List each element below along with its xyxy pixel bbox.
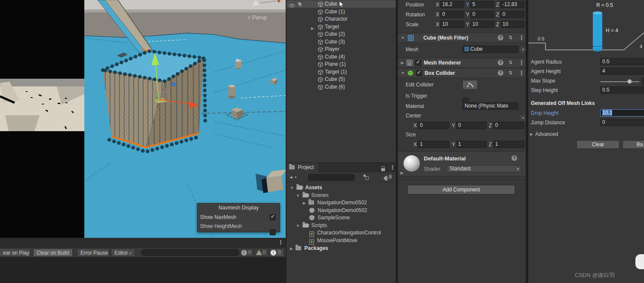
tree-item-scripts[interactable]: ▼ Scripts (296, 222, 327, 228)
hierarchy-item-plane-1[interactable]: Plane (1) (287, 61, 396, 68)
center-x-field[interactable]: 0 (418, 122, 449, 129)
step-height-field[interactable]: 0.5 (600, 86, 644, 94)
project-menu-icon[interactable]: ⋮ (390, 164, 395, 171)
help-icon[interactable]: ? (512, 155, 517, 161)
gizmo-z-handle[interactable] (172, 83, 175, 86)
object-picker-icon[interactable] (520, 46, 526, 52)
mesh-renderer-header[interactable]: ▶ ✓ Mesh Renderer ? ⇅ ⋮ (398, 58, 526, 68)
scene-view[interactable]: < Persp Navmesh Display Show NavMesh ✓ S… (84, 0, 286, 238)
preset-icon[interactable]: ⇅ (508, 35, 512, 40)
hierarchy-item-target-1[interactable]: Target (1) (287, 68, 396, 76)
component-menu-icon[interactable]: ⋮ (519, 34, 524, 41)
size-y-field[interactable]: 1 (456, 141, 487, 148)
hierarchy-item-cube[interactable]: Cube (287, 0, 396, 8)
project-search-input[interactable] (308, 174, 354, 181)
mesh-renderer-enabled-checkbox[interactable]: ✓ (415, 60, 421, 66)
clear-on-build-button[interactable]: Clear on Build (33, 249, 73, 257)
chevron-down-icon[interactable]: ▾ (295, 175, 297, 179)
help-icon[interactable]: ? (498, 70, 503, 76)
lock-icon[interactable] (381, 168, 385, 171)
hierarchy-item-cube-3[interactable]: Cube (3) (287, 38, 396, 46)
console-error-toggle[interactable]: ! 0 (269, 249, 284, 257)
hierarchy-item-cube-5[interactable]: Cube (5) (287, 76, 396, 83)
scale-x-field[interactable]: 10 (440, 21, 464, 28)
component-menu-icon[interactable]: ⋮ (519, 59, 524, 66)
advanced-foldout-icon[interactable]: ▶ (530, 132, 533, 136)
console-search-input[interactable] (141, 249, 239, 256)
center-y-field[interactable]: 0 (456, 122, 487, 129)
foldout-icon[interactable]: ▼ (296, 194, 300, 198)
foldout-icon[interactable]: ▼ (401, 36, 405, 40)
persp-label[interactable]: < Persp (247, 14, 267, 21)
foldout-icon[interactable]: ▶ (290, 246, 293, 251)
create-asset-button[interactable]: + (290, 173, 293, 181)
position-z-field[interactable]: -12.83 (500, 1, 524, 8)
asset-view-icon[interactable] (364, 175, 369, 180)
preview-foldout-icon[interactable]: ▶ (401, 171, 404, 175)
rotation-y-field[interactable]: 0 (470, 11, 494, 18)
hierarchy-item-player[interactable]: Player (287, 46, 396, 53)
clear-button[interactable]: Clear (576, 140, 619, 149)
help-icon[interactable]: ? (498, 60, 503, 65)
box-collider-header[interactable]: ▼ ✓ Box Collider ? ⇅ ⋮ (398, 68, 526, 78)
panel-divider[interactable] (396, 0, 398, 283)
mesh-field[interactable]: Cube (462, 46, 518, 53)
show-heightmesh-checkbox[interactable] (270, 229, 276, 235)
box-collider-enabled-checkbox[interactable]: ✓ (416, 70, 422, 76)
tree-item-navigationdemo-scene[interactable]: NavigationDemo0502 (309, 207, 367, 213)
size-x-field[interactable]: 1 (418, 141, 449, 148)
rotation-z-field[interactable]: 0 (500, 11, 524, 18)
agent-radius-field[interactable]: 0.5 (600, 58, 644, 65)
scale-z-field[interactable]: 10 (500, 21, 524, 28)
preset-icon[interactable]: ⇅ (508, 70, 512, 76)
max-slope-field[interactable] (641, 78, 644, 85)
visibility-eye-icon[interactable] (289, 4, 295, 7)
hierarchy-item-cube-1[interactable]: Cube (1) (287, 8, 396, 15)
advanced-label[interactable]: Advanced (535, 131, 558, 137)
scale-y-field[interactable]: 10 (470, 21, 494, 28)
console-info-toggle[interactable]: ! 0 (240, 249, 254, 257)
material-preview-header[interactable]: Default-Material ? Shader Standard ▾ ▶ (398, 151, 526, 176)
tree-item-charactornavigationcontrol[interactable]: # CharactorNavigationControl (309, 230, 381, 237)
hierarchy-item-cube-4[interactable]: Cube (4) (287, 53, 396, 61)
rotation-x-field[interactable]: 0 (440, 11, 464, 18)
tree-item-mousepointmove[interactable]: # MousePointMove (309, 237, 357, 245)
foldout-icon[interactable]: ▼ (290, 186, 294, 190)
position-y-field[interactable]: 5 (470, 1, 494, 8)
tab-project[interactable]: Project (287, 163, 318, 172)
hierarchy-item-cube-6[interactable]: Cube (6) (287, 83, 396, 91)
foldout-icon[interactable]: ▶ (401, 61, 404, 65)
clear-on-play-button[interactable]: ear on Play (0, 249, 31, 257)
tree-item-navigationdemo-folder[interactable]: ▶ NavigationDemo0502 (303, 200, 367, 206)
foldout-icon[interactable]: ▶ (303, 201, 306, 205)
tree-item-packages[interactable]: ▶ Packages (290, 245, 328, 251)
console-menu-icon[interactable]: ⋮ (278, 239, 283, 246)
help-icon[interactable]: ? (498, 35, 503, 40)
position-x-field[interactable]: 16.2 (440, 1, 464, 8)
shader-dropdown[interactable]: Standard ▾ (447, 165, 521, 172)
foldout-icon[interactable]: ▼ (401, 71, 405, 75)
tree-item-assets[interactable]: ▼ Assets (290, 185, 322, 191)
hierarchy-item-cube-2[interactable]: Cube (2) (287, 31, 396, 38)
error-pause-button[interactable]: Error Pause (77, 249, 109, 257)
drop-height-field[interactable]: 10.1 (600, 109, 644, 117)
component-menu-icon[interactable]: ⋮ (519, 70, 524, 76)
foldout-icon[interactable]: ▼ (296, 224, 300, 228)
pick-toggle-icon[interactable] (298, 2, 303, 7)
editor-dropdown[interactable]: Editor ▾ (111, 249, 135, 257)
agent-height-field[interactable]: 4 (600, 68, 644, 75)
hierarchy-item-charactor[interactable]: Charactor (287, 15, 396, 23)
center-z-field[interactable]: 0 (493, 122, 524, 129)
max-slope-slider-track[interactable] (600, 81, 639, 82)
mesh-filter-header[interactable]: ▼ Cube (Mesh Filter) ? ⇅ ⋮ (398, 33, 526, 43)
object-picker-icon[interactable] (520, 115, 526, 120)
scrollbar-thumb[interactable] (635, 254, 644, 269)
tag-icon[interactable] (383, 175, 389, 181)
hierarchy-item-target[interactable]: ▶ Target (287, 23, 396, 31)
size-z-field[interactable]: 1 (493, 141, 524, 148)
max-slope-slider-handle[interactable] (627, 79, 632, 84)
console-warning-toggle[interactable]: 0 (255, 249, 268, 257)
physic-material-field[interactable]: None (Physic Mate (462, 102, 518, 110)
add-component-button[interactable]: Add Component (407, 185, 515, 194)
bake-button[interactable]: Ba (622, 140, 644, 149)
